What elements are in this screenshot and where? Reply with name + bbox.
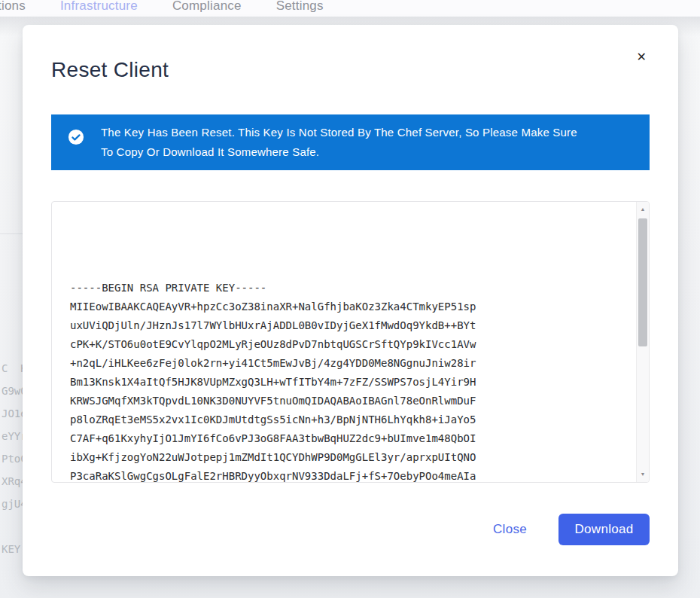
download-button[interactable]: Download: [558, 514, 650, 545]
reset-client-modal: ✕ Reset Client The Key Has Been Reset. T…: [23, 25, 678, 576]
private-key-line: -----BEGIN RSA PRIVATE KEY-----: [70, 279, 476, 297]
private-key-text: -----BEGIN RSA PRIVATE KEY-----MIIEowIBA…: [70, 222, 476, 483]
private-key-line: C7AF+q61KxyhyIjO1JmYI6fCo6vPJ3oG8FAA3tbw…: [70, 429, 476, 448]
close-button[interactable]: Close: [493, 522, 527, 537]
banner-message: The Key Has Been Reset. This Key Is Not …: [101, 123, 589, 162]
private-key-line: P3caRaKSlGwgCgsOLgFalE2rHBRDyyObxqrNV933…: [70, 467, 476, 483]
private-key-line: cPK+K/STO6u0otE9CvYlqpO2MLyRjeOUz8dPvD7n…: [70, 335, 476, 354]
modal-title: Reset Client: [51, 58, 169, 82]
nav-tab[interactable]: Infrastructure: [60, 0, 138, 15]
scrollbar-up-icon[interactable]: ▲: [637, 206, 649, 213]
private-key-line: Bm13Knsk1X4aItQf5HJK8VUpMZxgQ3LH+wTfITbY…: [70, 373, 476, 392]
private-key-line: MIIEowIBAAKCAQEAyVR+hpzCc3oZ38inaXR+NalG…: [70, 297, 476, 316]
scrollbar-thumb[interactable]: [638, 218, 647, 346]
private-key-line: KRWSJGMqfXM3kTQpvdL10NK3D0NUYVF5tnuOmQID…: [70, 392, 476, 410]
nav-tab[interactable]: Compliance: [172, 0, 242, 15]
background-divider: [0, 233, 23, 234]
page: tions Infrastructure Compliance Settings…: [0, 0, 700, 598]
scrollbar-down-icon[interactable]: ▼: [637, 471, 649, 478]
nav-tab[interactable]: Settings: [276, 0, 324, 15]
scrollbar[interactable]: ▲ ▼: [636, 202, 649, 482]
top-nav: tions Infrastructure Compliance Settings: [0, 0, 324, 15]
private-key-line: p8loZRqEt3eMS5x2vx1Ic0KDJmUtdtgSs5icNn+h…: [70, 410, 476, 429]
private-key-line: uxUViQDjUln/JHznJs17l7WYlbHUxrAjADDL0B0v…: [70, 316, 476, 335]
private-key-textarea[interactable]: -----BEGIN RSA PRIVATE KEY-----MIIEowIBA…: [51, 201, 650, 483]
private-key-line: ibXg+KfjzogYoN22uWJotpepj1mZMdIt1QCYDhWP…: [70, 448, 476, 467]
private-key-line: +n2qL/iHLKee6zFej0lok2rn+yi41Ct5mEwJvBj/…: [70, 354, 476, 373]
close-icon[interactable]: ✕: [637, 51, 647, 63]
success-banner: The Key Has Been Reset. This Key Is Not …: [51, 114, 650, 170]
nav-tab[interactable]: tions: [0, 0, 26, 15]
check-circle-icon: [68, 129, 84, 145]
